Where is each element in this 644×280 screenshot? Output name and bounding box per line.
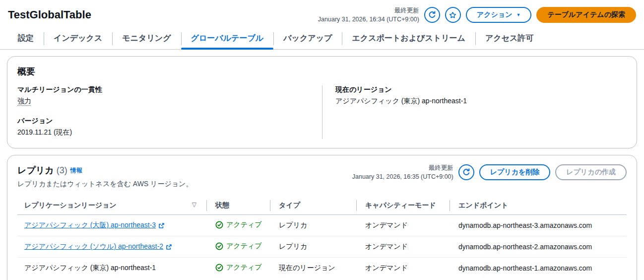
- consistency-field: マルチリージョンの一貫性 強力: [17, 85, 322, 106]
- table-row: アジアパシフィック (大阪) ap-northeast-3: [17, 215, 627, 236]
- actions-dropdown-button[interactable]: アクション ▼: [466, 7, 532, 23]
- explore-table-items-label: テーブルアイテムの探索: [547, 10, 625, 19]
- delete-replica-button[interactable]: レプリカを削除: [479, 164, 551, 180]
- status-badge: アクティブ: [215, 242, 262, 251]
- column-header-capacity-mode: キャパシティーモード: [356, 197, 450, 215]
- replicas-table-header-row: ▽レプリケーションリージョン 状態 タイプ キャパシティーモード エンドポイント: [17, 197, 627, 215]
- page-title: TestGlobalTable: [8, 8, 91, 21]
- column-header-endpoint: エンドポイント: [450, 197, 627, 215]
- column-header-type: タイプ: [270, 197, 356, 215]
- refresh-button[interactable]: [424, 7, 440, 23]
- header-actions: 最終更新 January 31, 2026, 16:34 (UTC+9:00) …: [318, 6, 636, 24]
- column-header-status: 状態: [206, 197, 270, 215]
- status-active-icon: [215, 221, 223, 229]
- type-cell: 現在のリージョン: [270, 258, 356, 279]
- replicas-card-header: レプリカ (3)情報 レプリカまたはウィットネスを含む AWS リージョン。 最…: [17, 163, 627, 189]
- last-updated-label: 最終更新: [318, 6, 419, 15]
- consistency-value[interactable]: 強力: [17, 97, 31, 105]
- actions-dropdown-label: アクション: [477, 10, 513, 19]
- caret-down-icon: ▼: [516, 13, 520, 17]
- tab-backups[interactable]: バックアップ: [273, 28, 342, 49]
- version-label: バージョン: [17, 117, 322, 126]
- status-active-icon: [215, 242, 223, 250]
- type-cell: レプリカ: [270, 236, 356, 258]
- info-link[interactable]: 情報: [70, 167, 82, 174]
- overview-grid: マルチリージョンの一貫性 強力 バージョン 2019.11.21 (現在) 現在…: [17, 85, 627, 139]
- overview-left-column: マルチリージョンの一貫性 強力 バージョン 2019.11.21 (現在): [17, 85, 322, 139]
- replicas-title-text: レプリカ: [17, 165, 54, 175]
- refresh-icon: [462, 168, 470, 176]
- star-icon: [449, 11, 456, 19]
- region-link[interactable]: アジアパシフィック (ソウル) ap-northeast-2: [24, 242, 172, 251]
- replicas-title: レプリカ (3)情報: [17, 164, 193, 176]
- replicas-last-updated: 最終更新 January 31, 2026, 16:35 (UTC+9:00): [352, 163, 453, 181]
- tab-global-tables[interactable]: グローバルテーブル: [181, 28, 274, 49]
- header-last-updated: 最終更新 January 31, 2026, 16:34 (UTC+9:00): [318, 6, 419, 24]
- status-badge: アクティブ: [215, 263, 262, 272]
- page-header: TestGlobalTable 最終更新 January 31, 2026, 1…: [0, 0, 644, 24]
- external-link-icon: [166, 244, 172, 250]
- replicas-refresh-button[interactable]: [458, 164, 474, 180]
- replicas-last-updated-label: 最終更新: [352, 163, 453, 172]
- external-link-icon: [158, 222, 165, 229]
- create-replica-button: レプリカの作成: [555, 164, 627, 180]
- tab-exports-streams[interactable]: エクスポートおよびストリーム: [342, 28, 475, 49]
- refresh-icon: [428, 11, 436, 19]
- consistency-label: マルチリージョンの一貫性: [17, 85, 322, 94]
- replicas-count: (3): [57, 165, 67, 175]
- version-field: バージョン 2019.11.21 (現在): [17, 117, 322, 137]
- status-badge: アクティブ: [215, 220, 262, 229]
- region-text: アジアパシフィック (東京) ap-northeast-1: [17, 258, 206, 279]
- tab-permissions[interactable]: アクセス許可: [475, 28, 544, 49]
- column-header-region[interactable]: ▽レプリケーションリージョン: [17, 197, 206, 215]
- overview-card: 概要 マルチリージョンの一貫性 強力 バージョン 2019.11.21 (現在)…: [7, 56, 637, 148]
- replicas-last-updated-value: January 31, 2026, 16:35 (UTC+9:00): [352, 172, 453, 181]
- sort-descending-icon[interactable]: ▽: [192, 201, 196, 208]
- endpoint-cell: dynamodb.ap-northeast-3.amazonaws.com: [450, 215, 627, 236]
- tab-monitoring[interactable]: モニタリング: [112, 28, 181, 49]
- type-cell: レプリカ: [270, 215, 356, 236]
- replicas-description: レプリカまたはウィットネスを含む AWS リージョン。: [17, 180, 193, 189]
- replicas-table: ▽レプリケーションリージョン 状態 タイプ キャパシティーモード エンドポイント…: [17, 197, 627, 279]
- endpoint-cell: dynamodb.ap-northeast-2.amazonaws.com: [450, 236, 627, 258]
- replicas-card: レプリカ (3)情報 レプリカまたはウィットネスを含む AWS リージョン。 最…: [7, 155, 637, 280]
- version-value: 2019.11.21 (現在): [17, 128, 322, 137]
- table-row: アジアパシフィック (ソウル) ap-northeast-2: [17, 236, 627, 258]
- last-updated-value: January 31, 2026, 16:34 (UTC+9:00): [318, 15, 419, 24]
- overview-right-column: 現在のリージョン アジアパシフィック (東京) ap-northeast-1: [322, 85, 627, 139]
- overview-title: 概要: [17, 66, 627, 77]
- replicas-actions: 最終更新 January 31, 2026, 16:35 (UTC+9:00) …: [352, 163, 627, 181]
- favorite-star-button[interactable]: [445, 7, 461, 23]
- capacity-mode-cell: オンデマンド: [356, 236, 450, 258]
- tab-bar: 設定 インデックス モニタリング グローバルテーブル バックアップ エクスポート…: [0, 28, 644, 50]
- explore-table-items-button[interactable]: テーブルアイテムの探索: [536, 7, 636, 23]
- current-region-field: 現在のリージョン アジアパシフィック (東京) ap-northeast-1: [335, 85, 627, 106]
- table-row: アジアパシフィック (東京) ap-northeast-1 アクティブ 現在のリ…: [17, 258, 627, 279]
- tab-indexes[interactable]: インデックス: [44, 28, 112, 49]
- current-region-label: 現在のリージョン: [335, 85, 627, 94]
- endpoint-cell: dynamodb.ap-northeast-1.amazonaws.com: [450, 258, 627, 279]
- current-region-value: アジアパシフィック (東京) ap-northeast-1: [335, 97, 627, 106]
- capacity-mode-cell: オンデマンド: [356, 215, 450, 236]
- status-active-icon: [215, 264, 223, 272]
- replicas-heading-block: レプリカ (3)情報 レプリカまたはウィットネスを含む AWS リージョン。: [17, 163, 193, 189]
- region-link[interactable]: アジアパシフィック (大阪) ap-northeast-3: [24, 221, 165, 230]
- capacity-mode-cell: オンデマンド: [356, 258, 450, 279]
- tab-settings[interactable]: 設定: [8, 28, 44, 49]
